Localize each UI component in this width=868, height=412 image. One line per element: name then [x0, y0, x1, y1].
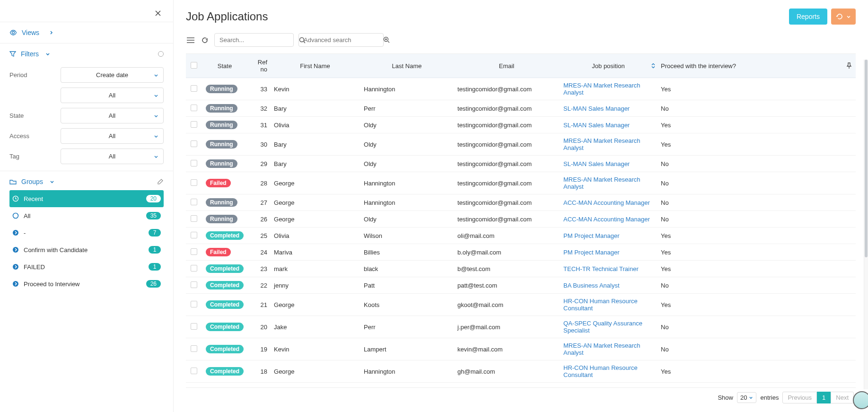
group-item[interactable]: All35 — [9, 207, 164, 224]
row-checkbox[interactable] — [191, 140, 197, 147]
edit-icon[interactable] — [157, 178, 164, 185]
row-checkbox[interactable] — [191, 265, 197, 272]
group-item[interactable]: -7 — [9, 224, 164, 241]
table-row[interactable]: Failed28GeorgeHanningtontestingcomidor@g… — [186, 172, 856, 194]
row-checkbox[interactable] — [191, 199, 197, 205]
group-item[interactable]: Confirm with Candidate1 — [9, 241, 164, 258]
row-checkbox[interactable] — [191, 248, 197, 255]
row-checkbox[interactable] — [191, 215, 197, 222]
advanced-search-input[interactable] — [304, 36, 383, 44]
group-item[interactable]: Proceed to Interview26 — [9, 275, 164, 292]
filters-toggle[interactable]: Filters — [9, 50, 50, 58]
cell-email: oli@mail.com — [454, 228, 560, 244]
reports-button[interactable]: Reports — [789, 9, 827, 25]
table-row[interactable]: Completed19KevinLampertkevin@mail.comMRE… — [186, 338, 856, 360]
table-row[interactable]: Running30BaryOldytestingcomidor@gmail.co… — [186, 133, 856, 156]
row-checkbox[interactable] — [191, 281, 197, 288]
row-checkbox[interactable] — [191, 368, 197, 374]
row-checkbox[interactable] — [191, 105, 197, 111]
advanced-search-box[interactable] — [298, 33, 384, 47]
row-checkbox[interactable] — [191, 85, 197, 92]
job-link[interactable]: MRES-AN Market Research Analyst — [563, 176, 640, 190]
search-plus-icon[interactable] — [383, 36, 390, 44]
page-title: Job Applications — [186, 10, 268, 23]
job-link[interactable]: HR-CON Human Resource Consultant — [563, 298, 638, 312]
chevron-down-icon — [154, 154, 158, 159]
views-toggle[interactable]: Views — [9, 29, 164, 36]
table-row[interactable]: Running32BaryPerrtestingcomidor@gmail.co… — [186, 100, 856, 117]
col-email[interactable]: Email — [454, 54, 560, 78]
job-link[interactable]: MRES-AN Market Research Analyst — [563, 137, 640, 151]
assistant-avatar[interactable] — [853, 391, 868, 409]
groups-toggle[interactable]: Groups — [9, 178, 54, 185]
col-first-name[interactable]: First Name — [270, 54, 360, 78]
page-1-button[interactable]: 1 — [817, 392, 831, 403]
job-link[interactable]: TECH-TR Technical Trainer — [563, 265, 639, 272]
table-row[interactable]: Running27GeorgeHanningtontestingcomidor@… — [186, 194, 856, 211]
table-row[interactable]: Completed20JakePerrj.per@mail.comQA-SPEC… — [186, 316, 856, 338]
job-link[interactable]: SL-MAN Sales Manager — [563, 122, 630, 129]
period-select-range[interactable]: All — [61, 88, 164, 103]
job-link[interactable]: ACC-MAN Accounting Manager — [563, 216, 650, 223]
reload-icon[interactable] — [200, 35, 210, 45]
sort-icon[interactable] — [651, 63, 655, 69]
search-input[interactable] — [219, 36, 299, 44]
select-all-checkbox[interactable] — [191, 62, 197, 69]
group-item[interactable]: FAILED1 — [9, 258, 164, 275]
row-checkbox[interactable] — [191, 323, 197, 330]
search-box[interactable] — [214, 33, 294, 47]
job-link[interactable]: ACC-MAN Accounting Manager — [563, 199, 650, 206]
job-link[interactable]: PM Project Manager — [563, 249, 620, 256]
state-select[interactable]: All — [61, 108, 164, 123]
prev-button[interactable]: Previous — [782, 392, 817, 403]
job-link[interactable]: SL-MAN Sales Manager — [563, 105, 630, 112]
access-select[interactable]: All — [61, 128, 164, 144]
row-checkbox[interactable] — [191, 160, 197, 167]
table-row[interactable]: Running29BaryOldytestingcomidor@gmail.co… — [186, 156, 856, 172]
state-badge: Running — [206, 140, 237, 149]
row-checkbox[interactable] — [191, 179, 197, 186]
cell-proceed: No — [657, 338, 842, 360]
col-last-name[interactable]: Last Name — [360, 54, 454, 78]
job-link[interactable]: MRES-AN Market Research Analyst — [563, 82, 640, 96]
period-select-createdate[interactable]: Create date — [61, 67, 164, 83]
job-link[interactable]: HR-CON Human Resource Consultant — [563, 364, 638, 378]
filter-radio[interactable] — [158, 51, 164, 57]
row-checkbox[interactable] — [191, 121, 197, 128]
scrollbar[interactable] — [864, 60, 868, 389]
table-row[interactable]: Completed21GeorgeKootsgkoot@mail.comHR-C… — [186, 294, 856, 316]
page-size-select[interactable]: 20 — [737, 392, 756, 403]
job-link[interactable]: BA Business Analyst — [563, 282, 620, 289]
row-checkbox[interactable] — [191, 345, 197, 352]
close-icon[interactable] — [153, 9, 163, 18]
state-badge: Completed — [206, 281, 244, 289]
job-link[interactable]: SL-MAN Sales Manager — [563, 160, 630, 167]
next-button[interactable]: Next — [831, 392, 854, 403]
table-row[interactable]: Completed23markblackb@test.comTECH-TR Te… — [186, 261, 856, 277]
table-row[interactable]: Completed22jennyPattpatt@test.comBA Busi… — [186, 277, 856, 294]
row-checkbox[interactable] — [191, 301, 197, 307]
table-row[interactable]: Completed18GeorgeHanningtongh@mail.comHR… — [186, 360, 856, 383]
job-link[interactable]: PM Project Manager — [563, 232, 620, 239]
col-job-position[interactable]: Job position — [560, 54, 657, 78]
col-ref[interactable]: Ref no — [247, 54, 270, 78]
col-proceed[interactable]: Proceed with the interview? — [657, 54, 842, 78]
col-pin[interactable] — [842, 54, 856, 78]
group-item[interactable]: Recent20 — [9, 190, 164, 207]
cell-email: testingcomidor@gmail.com — [454, 133, 560, 156]
table-row[interactable]: Completed25OliviaWilsonoli@mail.comPM Pr… — [186, 228, 856, 244]
job-link[interactable]: QA-SPEC Quality Assurance Specialist — [563, 320, 642, 334]
cell-ref: 25 — [247, 228, 270, 244]
menu-icon[interactable] — [186, 35, 195, 45]
job-link[interactable]: MRES-AN Market Research Analyst — [563, 342, 640, 356]
cell-email: patt@test.com — [454, 277, 560, 294]
col-checkbox[interactable] — [186, 54, 202, 78]
table-row[interactable]: Running31OliviaOldytestingcomidor@gmail.… — [186, 117, 856, 133]
col-state[interactable]: State — [202, 54, 247, 78]
table-row[interactable]: Running26GeorgeOldytestingcomidor@gmail.… — [186, 211, 856, 228]
tag-select[interactable]: All — [61, 149, 164, 164]
table-row[interactable]: Failed24MarivaBilliesb.oly@mail.comPM Pr… — [186, 244, 856, 261]
table-row[interactable]: Running33KevinHanningtontestingcomidor@g… — [186, 78, 856, 100]
refresh-dropdown-button[interactable] — [831, 9, 856, 25]
row-checkbox[interactable] — [191, 232, 197, 238]
